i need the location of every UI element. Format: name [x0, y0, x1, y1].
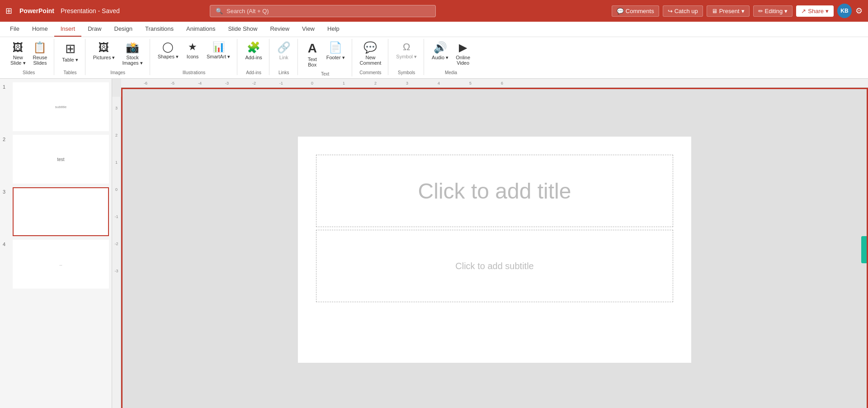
slide-item-3[interactable]: 3 — [3, 187, 109, 236]
search-placeholder: Search (Alt + Q) — [226, 8, 269, 14]
share-icon: ↗ — [801, 8, 806, 14]
new-slide-icon: 🖼 — [13, 41, 24, 54]
link-icon: 🔗 — [277, 41, 291, 54]
footer-button[interactable]: 📄 Footer ▾ — [323, 39, 348, 67]
ribbon-group-text: A TextBox 📄 Footer ▾ Text — [299, 39, 352, 76]
tab-transitions[interactable]: Transitions — [139, 22, 180, 37]
comments-button[interactable]: 💬 Comments — [612, 5, 659, 17]
new-slide-button[interactable]: 🖼 NewSlide ▾ — [7, 39, 29, 68]
smartart-icon: 📊 — [212, 41, 225, 53]
slide-canvas: Click to add title Click to add subtitle — [298, 137, 691, 363]
teal-side-tab[interactable] — [861, 236, 867, 263]
ribbon-group-slides: 🖼 NewSlide ▾ 📋 ReuseSlides Slides — [4, 39, 54, 75]
editing-button[interactable]: ✏ Editing ▾ — [753, 5, 793, 17]
avatar[interactable]: KB — [837, 4, 852, 18]
subtitle-placeholder[interactable]: Click to add subtitle — [316, 230, 673, 302]
share-button[interactable]: ↗ Share ▾ — [796, 5, 834, 17]
canvas-container: 3 2 1 0 -1 -2 -3 Click to add title Clic… — [112, 88, 868, 408]
audio-button[interactable]: 🔊 Audio ▾ — [429, 39, 452, 67]
online-video-button[interactable]: ▶ OnlineVideo — [453, 39, 473, 68]
ribbon-group-comments: 💬 NewComment Comments — [353, 39, 389, 75]
table-icon: ⊞ — [65, 41, 75, 56]
slide-item-2[interactable]: 2 test — [3, 135, 109, 184]
slide-number-3: 3 — [3, 189, 10, 195]
main-layout: 1 subtitle 2 test 3 4 ... — [0, 79, 868, 408]
settings-icon[interactable]: ⚙ — [855, 6, 863, 16]
slide-4-content: ... — [59, 262, 62, 266]
new-comment-icon: 💬 — [363, 41, 377, 54]
addins-icon: 🧩 — [247, 41, 260, 54]
title-placeholder-text: Click to add title — [418, 179, 571, 204]
tab-slideshow[interactable]: Slide Show — [222, 22, 264, 37]
addins-button[interactable]: 🧩 Add-ins — [242, 39, 265, 67]
tab-insert[interactable]: Insert — [54, 22, 82, 37]
tables-group-label: Tables — [64, 70, 77, 75]
new-comment-button[interactable]: 💬 NewComment — [357, 39, 385, 68]
search-box[interactable]: 🔍 Search (Alt + Q) — [210, 5, 436, 17]
audio-icon: 🔊 — [434, 41, 447, 54]
ruler-vertical: 3 2 1 0 -1 -2 -3 — [112, 97, 121, 408]
slide-thumb-4[interactable]: ... — [13, 240, 109, 289]
stock-images-button[interactable]: 📸 StockImages ▾ — [119, 39, 146, 68]
slide-item-1[interactable]: 1 subtitle — [3, 82, 109, 131]
icons-icon: ★ — [188, 41, 197, 53]
editing-dropdown-icon[interactable]: ▾ — [784, 8, 788, 14]
comments-group-label: Comments — [359, 70, 381, 75]
waffle-icon[interactable]: ⊞ — [5, 6, 12, 16]
tab-view[interactable]: View — [296, 22, 321, 37]
present-icon: 🖥 — [712, 8, 717, 14]
slide-number-4: 4 — [3, 242, 10, 247]
table-button[interactable]: ⊞ Table ▾ — [59, 39, 81, 67]
ribbon-group-tables: ⊞ Table ▾ Tables — [55, 39, 85, 75]
ribbon-group-addins: 🧩 Add-ins Add-ins — [238, 39, 269, 75]
tab-file[interactable]: File — [4, 22, 26, 37]
icons-button[interactable]: ★ Icons — [183, 39, 203, 67]
catchup-button[interactable]: ↪ Catch up — [663, 5, 703, 17]
share-dropdown-icon[interactable]: ▾ — [826, 8, 829, 14]
slide-item-4[interactable]: 4 ... — [3, 240, 109, 289]
tab-animations[interactable]: Animations — [180, 22, 222, 37]
ribbon-group-symbols: Ω Symbol ▾ Symbols — [389, 39, 424, 75]
ruler-horizontal: -6 -5 -4 -3 -2 -1 0 1 2 3 4 5 6 — [121, 79, 868, 88]
tab-review[interactable]: Review — [264, 22, 296, 37]
present-button[interactable]: 🖥 Present ▾ — [707, 5, 750, 17]
online-video-icon: ▶ — [459, 41, 467, 54]
reuse-slides-button[interactable]: 📋 ReuseSlides — [30, 39, 51, 68]
symbols-group-label: Symbols — [398, 70, 415, 75]
canvas-area[interactable]: Click to add title Click to add subtitle — [121, 88, 868, 408]
tab-design[interactable]: Design — [108, 22, 139, 37]
search-icon: 🔍 — [216, 8, 223, 14]
smartart-button[interactable]: 📊 SmartArt ▾ — [203, 39, 233, 67]
addins-group-label: Add-ins — [246, 70, 261, 75]
present-dropdown-icon[interactable]: ▾ — [741, 8, 745, 14]
tab-home[interactable]: Home — [26, 22, 54, 37]
text-group-label: Text — [321, 71, 329, 76]
tab-help[interactable]: Help — [321, 22, 346, 37]
symbol-button[interactable]: Ω Symbol ▾ — [393, 39, 420, 67]
ribbon-group-images: 🖼 Pictures ▾ 📸 StockImages ▾ Images — [86, 39, 150, 75]
ribbon: File Home Insert Draw Design Transitions… — [0, 22, 868, 79]
slide-thumb-1[interactable]: subtitle — [13, 82, 109, 131]
slide-number-2: 2 — [3, 137, 10, 142]
title-bar: ⊞ PowerPoint Presentation - Saved 🔍 Sear… — [0, 0, 868, 22]
pictures-button[interactable]: 🖼 Pictures ▾ — [90, 39, 118, 67]
ribbon-group-media: 🔊 Audio ▾ ▶ OnlineVideo Media — [425, 39, 477, 75]
links-group-label: Links — [278, 70, 289, 75]
reuse-slides-icon: 📋 — [33, 41, 47, 54]
ribbon-tabs: File Home Insert Draw Design Transitions… — [0, 22, 868, 37]
slide-thumb-2[interactable]: test — [13, 135, 109, 184]
app-name: PowerPoint — [19, 7, 54, 14]
slide-thumb-3[interactable] — [13, 187, 109, 236]
title-placeholder[interactable]: Click to add title — [316, 155, 673, 227]
link-button[interactable]: 🔗 Link — [274, 39, 294, 67]
footer-icon: 📄 — [329, 41, 342, 54]
tab-draw[interactable]: Draw — [81, 22, 108, 37]
subtitle-placeholder-text: Click to add subtitle — [455, 261, 533, 271]
textbox-button[interactable]: A TextBox — [302, 39, 322, 70]
shapes-button[interactable]: ◯ Shapes ▾ — [155, 39, 182, 67]
images-group-label: Images — [110, 70, 125, 75]
catchup-icon: ↪ — [668, 8, 673, 14]
comments-icon: 💬 — [617, 8, 624, 14]
doc-title: Presentation - Saved — [61, 7, 120, 14]
ribbon-content: 🖼 NewSlide ▾ 📋 ReuseSlides Slides ⊞ Tabl… — [0, 37, 868, 78]
